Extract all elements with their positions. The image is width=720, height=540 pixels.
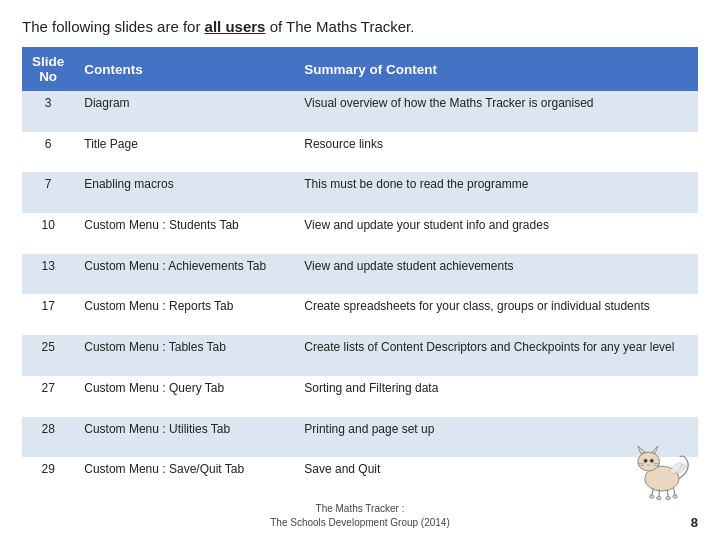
table-row: 29Custom Menu : Save/Quit TabSave and Qu… bbox=[22, 457, 698, 498]
col-header-contents: Contents bbox=[74, 47, 294, 91]
cell-contents: Custom Menu : Utilities Tab bbox=[74, 417, 294, 458]
cell-contents: Diagram bbox=[74, 91, 294, 132]
col-header-slide: SlideNo bbox=[22, 47, 74, 91]
svg-point-14 bbox=[649, 495, 654, 498]
cell-contents: Title Page bbox=[74, 132, 294, 173]
cell-summary: View and update your student info and gr… bbox=[294, 213, 698, 254]
intro-text-after: of The Maths Tracker. bbox=[265, 18, 414, 35]
svg-marker-3 bbox=[652, 446, 658, 454]
table-row: 28Custom Menu : Utilities TabPrinting an… bbox=[22, 417, 698, 458]
cell-summary: Resource links bbox=[294, 132, 698, 173]
table-row: 7Enabling macrosThis must be done to rea… bbox=[22, 172, 698, 213]
intro-text-before: The following slides are for bbox=[22, 18, 205, 35]
svg-point-1 bbox=[638, 452, 660, 471]
cat-illustration bbox=[618, 432, 698, 502]
svg-point-5 bbox=[650, 459, 653, 462]
cell-contents: Custom Menu : Reports Tab bbox=[74, 294, 294, 335]
cell-slide: 17 bbox=[22, 294, 74, 335]
svg-marker-2 bbox=[638, 446, 646, 454]
table-row: 3DiagramVisual overview of how the Maths… bbox=[22, 91, 698, 132]
footer-text: The Maths Tracker : The Schools Developm… bbox=[270, 502, 450, 530]
table-row: 27Custom Menu : Query TabSorting and Fil… bbox=[22, 376, 698, 417]
cell-contents: Enabling macros bbox=[74, 172, 294, 213]
cell-summary: Sorting and Filtering data bbox=[294, 376, 698, 417]
cell-contents: Custom Menu : Achievements Tab bbox=[74, 254, 294, 295]
cell-contents: Custom Menu : Save/Quit Tab bbox=[74, 457, 294, 498]
cell-slide: 3 bbox=[22, 91, 74, 132]
intro-paragraph: The following slides are for all users o… bbox=[22, 18, 698, 35]
table-row: 13Custom Menu : Achievements TabView and… bbox=[22, 254, 698, 295]
cell-contents: Custom Menu : Query Tab bbox=[74, 376, 294, 417]
cell-summary: Create lists of Content Descriptors and … bbox=[294, 335, 698, 376]
svg-point-4 bbox=[644, 459, 647, 462]
table-row: 6Title PageResource links bbox=[22, 132, 698, 173]
table-row: 10Custom Menu : Students TabView and upd… bbox=[22, 213, 698, 254]
cell-slide: 25 bbox=[22, 335, 74, 376]
cell-slide: 13 bbox=[22, 254, 74, 295]
col-header-summary: Summary of Content bbox=[294, 47, 698, 91]
cell-summary: This must be done to read the programme bbox=[294, 172, 698, 213]
cell-summary: View and update student achievements bbox=[294, 254, 698, 295]
footer-line1: The Maths Tracker : bbox=[316, 503, 405, 514]
cell-slide: 29 bbox=[22, 457, 74, 498]
footer: The Maths Tracker : The Schools Developm… bbox=[22, 502, 698, 530]
content-table: SlideNo Contents Summary of Content 3Dia… bbox=[22, 47, 698, 498]
cell-slide: 7 bbox=[22, 172, 74, 213]
cell-contents: Custom Menu : Students Tab bbox=[74, 213, 294, 254]
page-number: 8 bbox=[691, 515, 698, 530]
cell-slide: 27 bbox=[22, 376, 74, 417]
svg-point-16 bbox=[666, 497, 671, 500]
cell-contents: Custom Menu : Tables Tab bbox=[74, 335, 294, 376]
intro-text-bold: all users bbox=[205, 18, 266, 35]
cell-slide: 6 bbox=[22, 132, 74, 173]
cell-summary: Create spreadsheets for your class, grou… bbox=[294, 294, 698, 335]
svg-point-15 bbox=[656, 497, 661, 500]
cell-slide: 28 bbox=[22, 417, 74, 458]
page: The following slides are for all users o… bbox=[0, 0, 720, 540]
cell-slide: 10 bbox=[22, 213, 74, 254]
table-header-row: SlideNo Contents Summary of Content bbox=[22, 47, 698, 91]
table-row: 17Custom Menu : Reports TabCreate spread… bbox=[22, 294, 698, 335]
table-row: 25Custom Menu : Tables TabCreate lists o… bbox=[22, 335, 698, 376]
svg-point-17 bbox=[673, 495, 678, 498]
cell-summary: Visual overview of how the Maths Tracker… bbox=[294, 91, 698, 132]
footer-line2: The Schools Development Group (2014) bbox=[270, 517, 450, 528]
